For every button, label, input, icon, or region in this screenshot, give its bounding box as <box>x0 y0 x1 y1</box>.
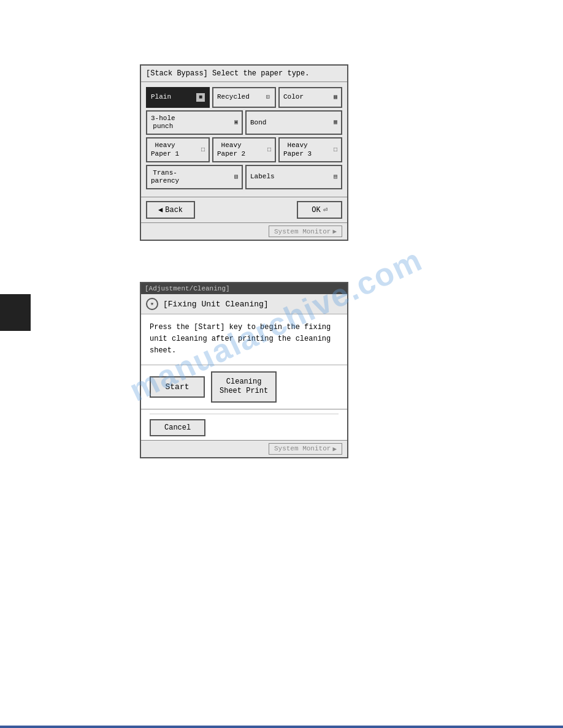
start-label: Start <box>165 382 189 392</box>
system-monitor-label-2: System Monitor <box>274 445 331 452</box>
dialog1-footer: ◀ Back OK ⏎ <box>141 197 347 222</box>
paper-label-labels: Labels <box>250 173 275 181</box>
recycled-icon: ⦻ <box>265 94 271 101</box>
paper-label-transparency: Trans-parency <box>151 169 179 185</box>
paper-btn-recycled[interactable]: Recycled ⦻ <box>212 87 276 108</box>
paper-label-bond: Bond <box>250 119 266 127</box>
ok-enter-icon: ⏎ <box>323 205 327 214</box>
paper-row-3: HeavyPaper 1 □ HeavyPaper 2 □ HeavyPaper… <box>146 137 342 162</box>
paper-btn-3hole[interactable]: 3-holepunch ▣ <box>146 110 243 135</box>
dialog1-wrapper: [Stack Bypass] Select the paper type. Pl… <box>140 64 348 241</box>
paper-row-1: Plain ■ Recycled ⦻ Color ▩ <box>146 87 342 108</box>
system-monitor-button-1[interactable]: System Monitor ▶ <box>269 226 342 237</box>
dialog2-cancel-row: Cancel <box>141 409 347 440</box>
cleaning-sheet-print-button[interactable]: CleaningSheet Print <box>211 371 277 403</box>
dialog2-title-text: [Fixing Unit Cleaning] <box>163 300 269 309</box>
transparency-icon: ▧ <box>234 173 238 181</box>
heavy2-icon: □ <box>267 146 271 154</box>
paper-label-plain: Plain <box>151 93 171 101</box>
start-button[interactable]: Start <box>150 376 205 398</box>
color-icon: ▩ <box>334 94 337 101</box>
back-button[interactable]: ◀ Back <box>146 201 195 219</box>
dialog1: [Stack Bypass] Select the paper type. Pl… <box>140 64 348 241</box>
paper-btn-transparency[interactable]: Trans-parency ▧ <box>146 165 243 189</box>
3hole-icon: ▣ <box>234 119 238 126</box>
heavy3-icon: □ <box>334 146 337 154</box>
paper-label-heavy3: HeavyPaper 3 <box>283 142 312 157</box>
cancel-label: Cancel <box>164 423 191 432</box>
ok-button[interactable]: OK ⏎ <box>297 201 342 219</box>
dialog1-sysmon-bar: System Monitor ▶ <box>141 222 347 240</box>
sun-icon: ☀ <box>146 298 158 310</box>
back-arrow-icon: ◀ <box>158 205 163 214</box>
paper-btn-color[interactable]: Color ▩ <box>278 87 342 108</box>
dialog2-body: Press the [Start] key to begin the fixin… <box>141 314 347 365</box>
paper-label-3hole: 3-holepunch <box>151 115 175 131</box>
sidebar-bar <box>0 294 31 331</box>
cancel-button[interactable]: Cancel <box>150 419 205 436</box>
paper-label-color: Color <box>283 93 304 101</box>
dialog2: [Adjustment/Cleaning] ☀ [Fixing Unit Cle… <box>140 282 348 458</box>
dialog1-title: [Stack Bypass] Select the paper type. <box>141 66 347 82</box>
paper-btn-heavy3[interactable]: HeavyPaper 3 □ <box>278 137 342 162</box>
sysmon-arrow-icon-2: ▶ <box>332 445 337 453</box>
paper-label-heavy1: HeavyPaper 1 <box>151 142 179 157</box>
bond-icon: ▦ <box>334 119 337 126</box>
back-label: Back <box>165 206 183 214</box>
bottom-line <box>0 726 563 728</box>
ok-label: OK <box>312 206 320 214</box>
paper-label-heavy2: HeavyPaper 2 <box>217 142 245 157</box>
paper-row-2: 3-holepunch ▣ Bond ▦ <box>146 110 342 135</box>
dialog2-titlebar-top: [Adjustment/Cleaning] <box>141 283 347 294</box>
dialog2-wrapper: [Adjustment/Cleaning] ☀ [Fixing Unit Cle… <box>140 282 348 458</box>
dialog2-sysmon-bar: System Monitor ▶ <box>141 440 347 457</box>
paper-btn-heavy2[interactable]: HeavyPaper 2 □ <box>212 137 276 162</box>
labels-icon: ▤ <box>334 173 337 181</box>
paper-btn-labels[interactable]: Labels ▤ <box>245 165 342 189</box>
system-monitor-button-2[interactable]: System Monitor ▶ <box>269 443 342 455</box>
paper-btn-bond[interactable]: Bond ▦ <box>245 110 342 135</box>
dialog1-content: Plain ■ Recycled ⦻ Color ▩ 3-holepunch <box>141 82 347 197</box>
dialog2-top-label: [Adjustment/Cleaning] <box>145 285 230 292</box>
paper-label-recycled: Recycled <box>217 93 250 101</box>
dialog2-buttons: Start CleaningSheet Print <box>141 365 347 409</box>
dialog2-body-text: Press the [Start] key to begin the fixin… <box>150 323 331 355</box>
dialog2-title: ☀ [Fixing Unit Cleaning] <box>141 294 347 314</box>
paper-btn-heavy1[interactable]: HeavyPaper 1 □ <box>146 137 210 162</box>
cleaning-label: CleaningSheet Print <box>220 377 268 396</box>
plain-icon: ■ <box>196 93 205 102</box>
heavy1-icon: □ <box>201 146 205 154</box>
sysmon-arrow-icon-1: ▶ <box>332 227 337 235</box>
paper-btn-plain[interactable]: Plain ■ <box>146 87 210 108</box>
paper-row-4: Trans-parency ▧ Labels ▤ <box>146 165 342 189</box>
system-monitor-label-1: System Monitor <box>274 228 331 235</box>
